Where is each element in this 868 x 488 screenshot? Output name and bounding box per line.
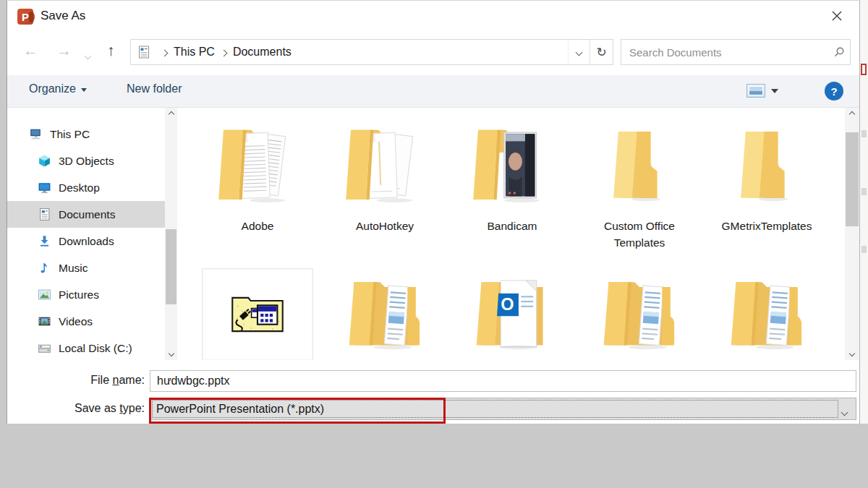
file-tile-label: GMetrixTemplates [722,218,812,234]
address-dropdown-icon[interactable] [568,40,590,64]
sidebar-item-label: Documents [59,208,115,221]
scroll-down-icon[interactable] [165,347,177,360]
file-tile[interactable] [321,268,448,360]
navigation-pane: This PC 3D Objects Desktop Documents Dow… [7,108,165,360]
file-tile-bandicam[interactable]: Bandicam [448,119,576,251]
local-disk-icon [38,341,51,355]
sidebar-scrollbar[interactable] [165,108,177,360]
save-as-dialog: P Save As ← → ↑ This PC [7,0,860,424]
sidebar-item-label: Local Disk (C:) [59,342,132,355]
search-input[interactable] [621,46,828,59]
file-name-input[interactable] [150,370,856,392]
file-tile[interactable] [703,268,830,360]
sidebar-item-label: Videos [59,315,93,328]
sidebar-item-downloads[interactable]: Downloads [7,228,165,254]
file-tile-label: Custom Office Templates [594,218,685,251]
file-browser-area: This PC 3D Objects Desktop Documents Dow… [7,108,859,360]
background-app-sliver [860,0,868,424]
folder-preview-icon [344,274,425,355]
scroll-up-icon[interactable] [845,108,859,121]
change-view-button[interactable] [746,84,765,98]
scroll-down-icon[interactable] [845,347,859,360]
sidebar-item-documents[interactable]: Documents [7,201,165,228]
sidebar-item-pictures[interactable]: Pictures [7,281,165,308]
file-tile[interactable] [576,268,703,360]
svg-text:O: O [501,295,514,314]
file-tile[interactable] [194,268,321,360]
chevron-right-icon [162,46,167,59]
sidebar-item-label: Downloads [59,235,114,248]
command-toolbar: Organize New folder ? [7,75,859,108]
folder-blank-docs-icon [344,125,425,206]
breadcrumb-this-pc[interactable]: This PC [174,46,215,59]
file-fields-area: File name: Save as type: PowerPoint Pres… [7,360,859,424]
file-tile-autohotkey[interactable]: AutoHotkey [321,119,448,251]
navigation-bar: ← → ↑ This PC Documents ↻ [7,33,859,70]
file-list-scrollbar[interactable] [845,108,859,360]
window-title: Save As [41,9,85,23]
sidebar-item-desktop[interactable]: Desktop [7,174,165,201]
sidebar-item-label: 3D Objects [59,155,114,168]
scrollbar-thumb[interactable] [846,132,859,226]
folder-video-icon [472,125,553,206]
sidebar-item-label: Desktop [59,181,100,194]
breadcrumb-documents[interactable]: Documents [233,46,292,59]
folder-preview-icon [726,274,807,355]
music-icon [38,261,51,275]
file-tile[interactable]: O [448,268,576,360]
sidebar-item-label: This PC [50,128,90,141]
chevron-right-icon [221,46,226,59]
search-box [621,39,851,65]
search-icon[interactable] [828,46,850,58]
background-red-mark [861,64,867,75]
sidebar-item-3d-objects[interactable]: 3D Objects [7,147,165,174]
3d-objects-icon [38,154,51,168]
refresh-icon[interactable]: ↻ [590,40,613,64]
save-as-type-select[interactable]: PowerPoint Presentation (*.pptx) [150,398,856,420]
folder-outlook-icon: O [472,274,553,355]
sidebar-item-label: Music [59,262,88,275]
folder-empty-icon [726,125,807,206]
organize-button[interactable]: Organize [29,82,87,95]
sidebar-item-music[interactable]: Music [7,254,165,281]
videos-icon [38,314,51,328]
view-options-caret-icon[interactable] [771,89,778,93]
this-pc-icon [29,127,43,141]
file-tile-label: AutoHotkey [356,218,414,234]
sidebar-item-local-disk-c[interactable]: Local Disk (C:) [7,335,165,360]
back-icon[interactable]: ← [23,41,38,60]
recent-locations-icon[interactable] [85,48,90,61]
caret-down-icon [81,88,87,92]
save-as-type-value: PowerPoint Presentation (*.pptx) [150,403,324,416]
forward-icon[interactable]: → [56,41,72,60]
help-button[interactable]: ? [825,82,843,100]
file-tile-label: Bandicam [488,218,537,234]
pictures-icon [38,288,51,301]
close-icon[interactable] [827,7,846,25]
scroll-up-icon[interactable] [165,108,177,121]
new-folder-button[interactable]: New folder [127,82,182,95]
address-bar[interactable]: This PC Documents ↻ [130,39,613,65]
save-as-type-dropdown-icon[interactable] [842,405,847,418]
document-location-icon [138,46,150,59]
file-tile-gmetrixtemplates[interactable]: GMetrixTemplates [703,119,830,251]
file-tile-adobe[interactable]: Adobe [194,119,321,251]
documents-icon [38,207,51,221]
downloads-icon [38,234,51,248]
folder-preview-icon [599,274,680,355]
sidebar-item-this-pc[interactable]: This PC [7,121,165,147]
file-tile-label: Adobe [242,218,274,234]
sidebar-item-videos[interactable]: Videos [7,308,165,335]
file-tile-custom-office-templates[interactable]: Custom Office Templates [576,119,703,251]
thumbnail-view-icon [749,86,763,95]
legacy-plugin-icon [229,291,286,338]
title-bar: P Save As [7,1,859,33]
save-as-type-label: Save as type: [36,402,145,415]
folder-docs-icon [217,125,298,206]
sidebar-item-label: Pictures [59,288,99,301]
scrollbar-thumb[interactable] [166,229,176,304]
folder-empty-icon [599,125,680,206]
up-icon[interactable]: ↑ [107,41,115,60]
file-name-label: File name: [36,374,145,387]
desktop-icon [38,181,51,194]
